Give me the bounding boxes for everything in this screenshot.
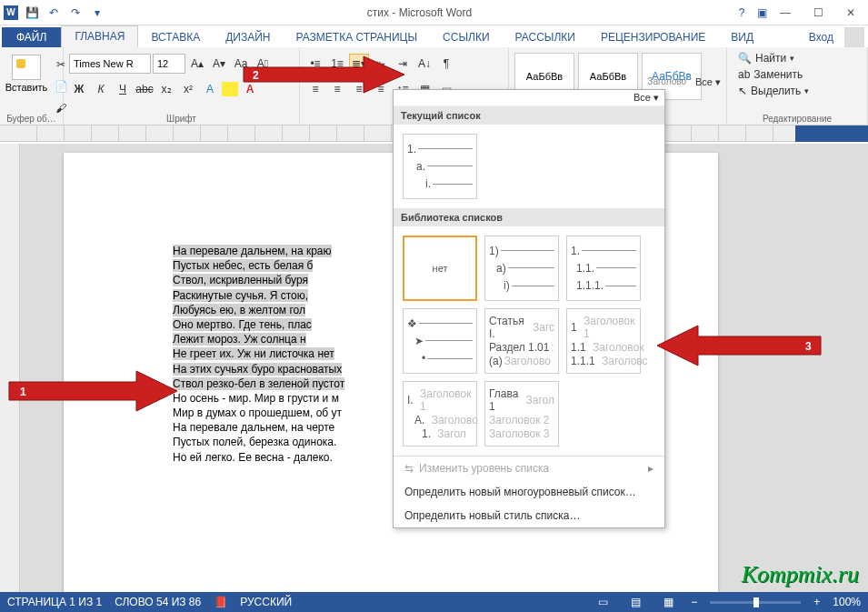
status-words[interactable]: СЛОВО 54 ИЗ 86: [115, 596, 201, 608]
ml-preset-bullets[interactable]: ❖ ➤ •: [403, 308, 477, 374]
underline-button[interactable]: Ч: [113, 79, 133, 99]
ml-preset-chapter[interactable]: Глава 1 Загол Заголовок 2 Заголовок 3: [484, 381, 559, 446]
replace-button[interactable]: abЗаменить: [736, 67, 858, 82]
superscript-button[interactable]: x²: [178, 79, 198, 99]
paste-label: Вставить: [5, 82, 48, 93]
indent-icon: ⇆: [404, 462, 414, 475]
ribbon-help-button[interactable]: ?: [732, 3, 752, 23]
multilevel-list-panel: Все ▾ Текущий список 1. a. i. Библиотека…: [393, 89, 665, 528]
ml-current-item[interactable]: 1. a. i.: [403, 134, 477, 199]
text-effects-button[interactable]: A: [200, 79, 220, 99]
styles-sub: Заголово: [647, 76, 686, 86]
window-title: стих - Microsoft Word: [107, 6, 732, 19]
tab-home[interactable]: ГЛАВНАЯ: [61, 25, 138, 47]
tab-view[interactable]: ВИД: [718, 27, 766, 47]
undo-button[interactable]: ↶: [44, 3, 64, 23]
status-page[interactable]: СТРАНИЦА 1 ИЗ 1: [7, 596, 102, 608]
cursor-icon: ↖: [738, 85, 747, 97]
paste-button[interactable]: Вставить: [5, 53, 47, 105]
word-icon: W: [4, 5, 18, 20]
show-marks-button[interactable]: ¶: [436, 54, 456, 74]
editing-group-label: Редактирование: [727, 114, 867, 124]
ml-change-level: ⇆ Изменить уровень списка ▸: [394, 456, 664, 480]
svg-text:1: 1: [20, 386, 26, 398]
strike-button[interactable]: abc: [135, 79, 155, 99]
zoom-out-button[interactable]: −: [691, 596, 697, 608]
status-proofing-icon[interactable]: 📕: [214, 596, 227, 608]
svg-text:2: 2: [253, 69, 259, 82]
watermark: Kompmix.ru: [742, 561, 859, 588]
callout-arrow-3: 3: [653, 318, 825, 373]
italic-button[interactable]: К: [91, 79, 111, 99]
redo-button[interactable]: ↷: [65, 3, 85, 23]
ml-section-current: Текущий список: [394, 106, 664, 125]
tab-mailings[interactable]: РАССЫЛКИ: [503, 27, 588, 47]
save-button[interactable]: 💾: [22, 3, 42, 23]
callout-arrow-1: 1: [0, 364, 182, 418]
ml-section-library: Библиотека списков: [394, 208, 664, 226]
grow-font-button[interactable]: A▴: [187, 54, 207, 74]
ml-preset-heading-num[interactable]: 1 Заголовок 1 1.1 Заголовок 1.1.1 Заголо…: [566, 308, 641, 374]
view-read-button[interactable]: ▭: [593, 595, 613, 609]
tab-review[interactable]: РЕЦЕНЗИРОВАНИЕ: [588, 27, 718, 47]
tab-insert[interactable]: ВСТАВКА: [138, 27, 213, 47]
status-bar: СТРАНИЦА 1 ИЗ 1 СЛОВО 54 ИЗ 86 📕 РУССКИЙ…: [0, 592, 868, 612]
svg-marker-4: [657, 326, 821, 366]
ml-define-new-style[interactable]: Определить новый стиль списка…: [394, 504, 664, 527]
ribbon-tabs: ФАЙЛ ГЛАВНАЯ ВСТАВКА ДИЗАЙН РАЗМЕТКА СТР…: [0, 25, 868, 47]
ml-preset-decimal[interactable]: 1. 1.1. 1.1.1.: [566, 236, 641, 301]
find-button[interactable]: 🔍Найти▾: [736, 51, 858, 65]
styles-all[interactable]: Все ▾: [695, 76, 721, 88]
quick-access-toolbar: 💾 ↶ ↷ ▾: [22, 3, 107, 23]
status-language[interactable]: РУССКИЙ: [240, 596, 292, 608]
tab-layout[interactable]: РАЗМЕТКА СТРАНИЦЫ: [284, 27, 431, 47]
paste-icon: [12, 55, 41, 80]
replace-icon: ab: [738, 68, 750, 81]
search-icon: 🔍: [738, 52, 752, 65]
window-controls: — ☐ ✕: [772, 4, 864, 22]
view-print-button[interactable]: ▤: [625, 595, 645, 609]
svg-text:3: 3: [805, 340, 812, 353]
svg-marker-2: [244, 56, 404, 93]
svg-marker-0: [9, 371, 177, 411]
font-size-combo[interactable]: 12: [153, 54, 185, 74]
ml-preset-article[interactable]: Статья I.Загс Раздел 1.01: (a)Заголово: [484, 308, 559, 374]
bold-button[interactable]: Ж: [69, 79, 89, 99]
view-web-button[interactable]: ▦: [658, 595, 678, 609]
sort-button[interactable]: A↓: [414, 54, 434, 74]
font-name-combo[interactable]: Times New R: [69, 54, 151, 74]
ml-preset-none[interactable]: нет: [403, 236, 477, 301]
group-editing: 🔍Найти▾ abЗаменить ↖Выделить▾ Редактиров…: [727, 47, 868, 125]
qat-more-button[interactable]: ▾: [87, 3, 107, 23]
subscript-button[interactable]: x₂: [156, 79, 176, 99]
group-clipboard: Вставить ✂ 📄 🖌 Буфер об…: [0, 47, 64, 125]
zoom-in-button[interactable]: +: [813, 596, 820, 608]
ribbon-options-button[interactable]: ▣: [752, 3, 772, 23]
shrink-font-button[interactable]: A▾: [209, 54, 229, 74]
ml-define-new-list[interactable]: Определить новый многоуровневый список…: [394, 480, 664, 504]
clipboard-group-label: Буфер об…: [0, 114, 63, 124]
ml-preset-paren[interactable]: 1) a) i): [484, 236, 559, 301]
ml-all-dropdown[interactable]: Все ▾: [634, 92, 659, 104]
select-button[interactable]: ↖Выделить▾: [736, 84, 858, 98]
close-button[interactable]: ✕: [837, 4, 864, 22]
ml-preset-roman-alpha[interactable]: I. Заголовок 1 A. Заголово 1. Загол: [403, 381, 477, 446]
font-group-label: Шрифт: [64, 114, 299, 124]
tab-references[interactable]: ССЫЛКИ: [430, 27, 502, 47]
zoom-slider[interactable]: [710, 601, 801, 604]
title-bar: W 💾 ↶ ↷ ▾ стих - Microsoft Word ? ▣ — ☐ …: [0, 0, 868, 25]
user-avatar[interactable]: [844, 27, 864, 47]
minimize-button[interactable]: —: [772, 4, 799, 22]
tab-design[interactable]: ДИЗАЙН: [213, 27, 283, 47]
sign-in-link[interactable]: Вход: [802, 27, 841, 47]
ml-footer: ⇆ Изменить уровень списка ▸ Определить н…: [394, 456, 664, 527]
callout-arrow-2: 2: [236, 53, 409, 96]
tab-file[interactable]: ФАЙЛ: [2, 27, 61, 47]
maximize-button[interactable]: ☐: [804, 4, 832, 22]
zoom-level[interactable]: 100%: [833, 596, 861, 608]
